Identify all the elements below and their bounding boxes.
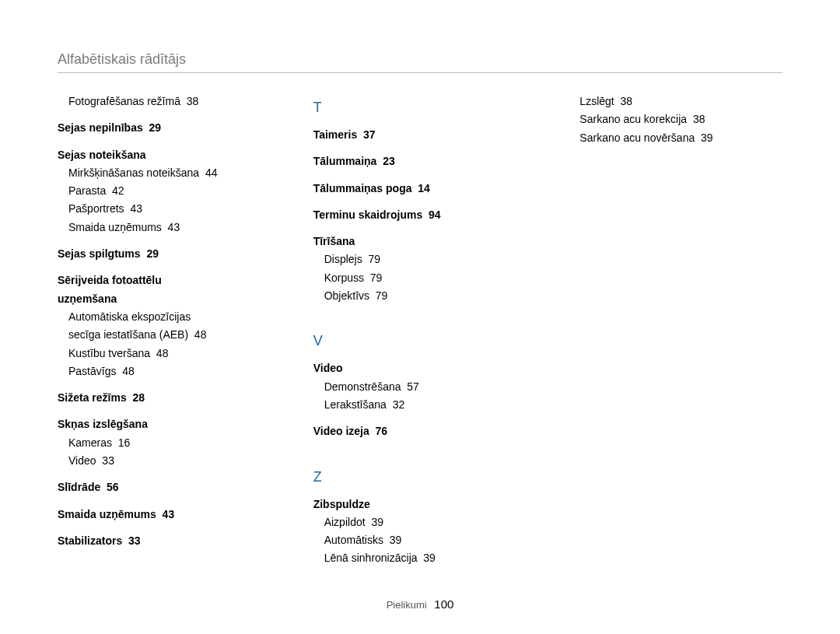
page-header: Alfabētiskais rādītājs [58,51,782,73]
index-sub-entry[interactable]: Demonstrēšana 57 [324,379,538,394]
index-entry[interactable]: uzņemšana [58,291,282,306]
index-sub-entry[interactable]: Sarkano acu korekcija 38 [579,111,793,127]
index-sub-entry[interactable]: Kustību tveršana 48 [68,345,282,361]
index-sub-entry[interactable]: Fotografēšanas režīmā 38 [68,93,282,109]
letter-heading-z: Z [313,469,538,485]
index-sub-entry[interactable]: Parasta 42 [68,183,282,198]
index-entry[interactable]: Sērijveida fotoattēlu [58,272,282,288]
index-sub-entry[interactable]: Automātisks 39 [324,532,538,548]
index-sub-entry[interactable]: Pašportrets 43 [68,201,282,216]
index-sub-entry[interactable]: Lzslēgt 38 [579,93,793,109]
index-entry[interactable]: Sižeta režīms 28 [58,390,282,405]
index-columns: Fotografēšanas režīmā 38 Sejas nepilnība… [58,93,793,569]
index-sub-entry[interactable]: Smaida uzņēmums 43 [68,219,282,235]
index-sub-entry[interactable]: Lerakstīšana 32 [324,397,538,412]
index-sub-entry[interactable]: secīga iestatīšana (AEB) 48 [68,327,282,342]
page-footer: Pielikumi 100 [0,597,840,611]
index-entry[interactable]: Taimeris 37 [313,127,538,142]
column-2: T Taimeris 37 Tālummaiņa 23 Tālummaiņas … [313,93,538,569]
footer-section: Pielikumi [387,599,427,611]
index-sub-entry[interactable]: Automātiska ekspozīcijas [68,309,282,324]
index-entry[interactable]: Terminu skaidrojums 94 [313,207,538,222]
page-title: Alfabētiskais rādītājs [58,51,186,67]
index-entry[interactable]: Video izeja 76 [313,423,538,439]
index-sub-entry[interactable]: Video 33 [68,453,282,468]
index-sub-entry[interactable]: Pastāvīgs 48 [68,363,282,379]
index-sub-entry[interactable]: Korpuss 79 [324,270,538,285]
column-3: Lzslēgt 38 Sarkano acu korekcija 38 Sark… [569,93,793,569]
index-sub-entry[interactable]: Objektīvs 79 [324,288,538,303]
index-sub-entry[interactable]: Lēnā sinhronizācija 39 [324,550,538,566]
page-number: 100 [434,597,453,611]
index-entry[interactable]: Sejas nepilnības 29 [58,120,282,135]
index-sub-entry[interactable]: Aizpildot 39 [324,514,538,530]
column-1: Fotografēšanas režīmā 38 Sejas nepilnība… [58,93,282,569]
index-sub-entry[interactable]: Sarkano acu novēršana 39 [579,130,793,145]
index-entry[interactable]: Slīdrāde 56 [58,479,282,495]
index-entry[interactable]: Tālummaiņa 23 [313,153,538,169]
index-entry[interactable]: Tīrīšana [313,233,538,249]
index-entry[interactable]: Video [313,360,538,376]
index-entry[interactable]: Sejas spilgtums 29 [58,246,282,261]
index-entry[interactable]: Zibspuldze [313,496,538,512]
letter-heading-t: T [313,100,538,116]
index-sub-entry[interactable]: Displejs 79 [324,251,538,267]
index-entry[interactable]: Tālummaiņas poga 14 [313,180,538,196]
index-entry[interactable]: Skņas izslēgšana [58,416,282,432]
index-sub-entry[interactable]: Mirkšķināšanas noteikšana 44 [68,165,282,180]
index-entry[interactable]: Stabilizators 33 [58,533,282,548]
index-sub-entry[interactable]: Kameras 16 [68,435,282,450]
index-entry[interactable]: Smaida uzņēmums 43 [58,506,282,522]
index-entry[interactable]: Sejas noteikšana [58,147,282,163]
letter-heading-v: V [313,333,538,349]
